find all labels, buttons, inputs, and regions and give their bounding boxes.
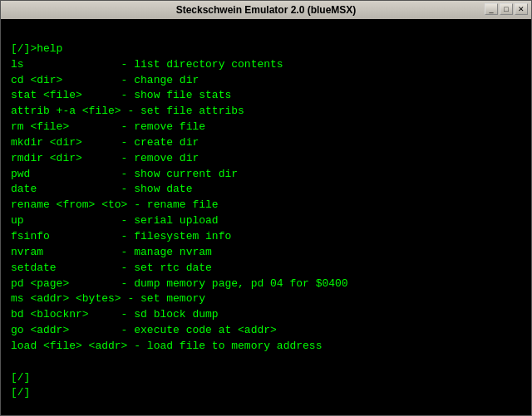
terminal-line: pwd - show current dir [11,167,521,183]
terminal-line: [/] [11,385,521,401]
terminal-line: rename <from> <to> - rename file [11,198,521,213]
title-bar: Steckschwein Emulator 2.0 (blueMSX) _ □ … [1,1,531,19]
terminal-line: [/]>help [11,42,521,57]
terminal-line: setdate - set rtc date [11,261,521,277]
window-title: Steckschwein Emulator 2.0 (blueMSX) [176,4,357,16]
terminal-line: rm <file> - remove file [11,120,521,135]
terminal-output: [/]>helpls - list directory contentscd <… [11,26,521,401]
terminal-line: pd <page> - dump memory page, pd 04 for … [11,277,521,292]
terminal-line: bd <blocknr> - sd block dump [11,307,521,323]
terminal-line: mkdir <dir> - create dir [11,135,521,151]
terminal-line: fsinfo - filesystem info [11,229,521,245]
terminal-line [11,26,521,42]
terminal-line: cd <dir> - change dir [11,73,521,89]
main-window: Steckschwein Emulator 2.0 (blueMSX) _ □ … [0,0,532,416]
terminal-line: [/] [11,370,521,386]
terminal-area: [/]>helpls - list directory contentscd <… [1,19,531,415]
window-controls: _ □ ✕ [485,3,528,15]
terminal-line: up - serial upload [11,213,521,229]
terminal-line: attrib +-a <file> - set file attribs [11,104,521,120]
close-button[interactable]: ✕ [515,3,528,15]
terminal-line: ms <addr> <bytes> - set memory [11,291,521,307]
minimize-button[interactable]: _ [485,3,498,15]
terminal-line: rmdir <dir> - remove dir [11,151,521,167]
terminal-line: ls - list directory contents [11,57,521,73]
terminal-line: stat <file> - show file stats [11,88,521,104]
terminal-line: go <addr> - execute code at <addr> [11,323,521,339]
terminal-line: date - show date [11,182,521,198]
terminal-line: nvram - manage nvram [11,245,521,261]
terminal-line: load <file> <addr> - load file to memory… [11,339,521,355]
maximize-button[interactable]: □ [500,3,513,15]
terminal-line [11,355,521,370]
